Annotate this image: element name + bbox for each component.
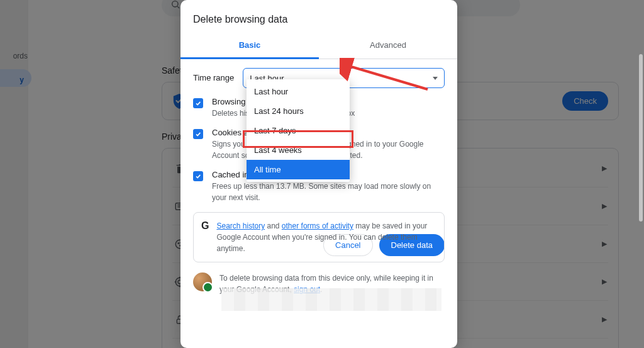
option-all-time[interactable]: All time: [247, 160, 350, 179]
search-history-link[interactable]: Search history: [216, 222, 265, 230]
google-logo-icon: G: [201, 220, 209, 232]
sync-badge-icon: [203, 282, 213, 293]
profile-avatar: [193, 272, 212, 291]
info-mid: and: [265, 222, 282, 230]
tab-basic[interactable]: Basic: [180, 33, 319, 59]
redacted-region: [221, 288, 441, 311]
option-last-hour[interactable]: Last hour: [247, 82, 350, 101]
other-activity-link[interactable]: other forms of activity: [282, 222, 353, 230]
item-sub: Frees up less than 13.7 MB. Some sites m…: [212, 181, 445, 203]
chevron-down-icon: [433, 77, 438, 80]
dialog-title: Delete browsing data: [180, 0, 457, 33]
option-last-7-days[interactable]: Last 7 days: [247, 121, 350, 140]
checkbox-checked-icon[interactable]: [193, 129, 203, 139]
option-last-24-hours[interactable]: Last 24 hours: [247, 101, 350, 121]
dialog-tabs: Basic Advanced: [180, 33, 457, 59]
time-range-label: Time range: [193, 68, 234, 82]
dialog-scrollbar[interactable]: [639, 54, 643, 222]
tab-advanced[interactable]: Advanced: [319, 33, 457, 59]
checkbox-checked-icon[interactable]: [193, 171, 203, 181]
checkbox-checked-icon[interactable]: [193, 98, 203, 108]
time-range-dropdown: Last hour Last 24 hours Last 7 days Last…: [247, 79, 350, 182]
google-activity-info: G Search history and other forms of acti…: [193, 212, 445, 262]
option-last-4-weeks[interactable]: Last 4 weeks: [247, 140, 350, 160]
info-text: Search history and other forms of activi…: [216, 220, 436, 254]
